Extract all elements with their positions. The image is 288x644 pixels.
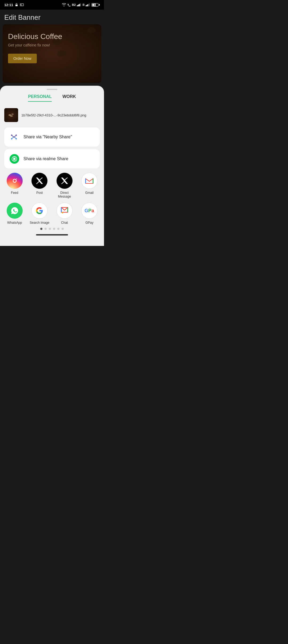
dot-6 <box>62 228 64 230</box>
svg-rect-12 <box>88 4 89 6</box>
dot-1 <box>40 228 42 230</box>
banner-content: Delicious Coffee Get your caffeine fix n… <box>3 24 101 71</box>
svg-point-18 <box>15 138 17 139</box>
app-grid: Feed Post Direct Message Gmail WhatsApp <box>4 173 100 225</box>
svg-point-16 <box>10 115 13 117</box>
app-item-x-post[interactable]: Post <box>29 173 50 198</box>
svg-rect-3 <box>21 5 22 5</box>
svg-rect-10 <box>86 5 87 6</box>
nearby-share-option[interactable]: Share via "Nearby Share" <box>4 127 100 147</box>
app-label-instagram: Feed <box>11 191 18 195</box>
signal-icon <box>77 3 82 6</box>
svg-point-20 <box>15 135 17 136</box>
app-icon-gmail <box>81 173 97 189</box>
svg-rect-1 <box>20 4 24 6</box>
gpay-svg: GPay <box>85 207 94 214</box>
lock-icon <box>15 3 18 7</box>
dot-4 <box>53 228 55 230</box>
realme-share-label: Share via realme Share <box>23 156 68 161</box>
page-dots <box>4 228 100 230</box>
file-row: 1b78e5f2-29cf-4310-...-9c23ebddd6f8.png <box>4 107 100 123</box>
svg-rect-23 <box>11 178 18 184</box>
realme-icon-svg <box>11 156 17 162</box>
tab-work[interactable]: WORK <box>62 94 76 102</box>
chat-svg <box>60 207 69 214</box>
nearby-share-svg <box>10 133 19 141</box>
dot-2 <box>45 228 47 230</box>
home-indicator <box>36 234 68 235</box>
whatsapp-svg <box>10 206 19 215</box>
signal2-icon <box>86 3 90 6</box>
app-icon-chat <box>57 203 73 219</box>
svg-rect-9 <box>86 5 86 6</box>
app-label-gpay: GPay <box>85 221 93 225</box>
svg-point-19 <box>11 135 12 136</box>
bottom-sheet: PERSONAL WORK 1b78e5f2-29cf-4310-...-9c2… <box>0 86 104 246</box>
app-icon-whatsapp <box>7 203 23 219</box>
app-label-google: Search image <box>30 221 49 225</box>
svg-point-22 <box>13 158 15 160</box>
google-svg <box>35 207 43 215</box>
wifi-icon <box>62 3 66 6</box>
dot-5 <box>57 228 59 230</box>
status-indicators: B2 R 80 <box>62 3 100 7</box>
tab-personal[interactable]: PERSONAL <box>28 94 52 102</box>
app-icon-x-post <box>31 173 47 189</box>
status-time: 12:11 <box>4 3 24 7</box>
app-item-instagram[interactable]: Feed <box>4 173 25 198</box>
page-title: Edit Banner <box>4 13 100 22</box>
realme-share-icon <box>10 154 19 164</box>
banner-title: Delicious Coffee <box>8 32 96 41</box>
app-icon-instagram <box>7 173 23 189</box>
status-bar: 12:11 B2 R 80 <box>0 0 104 10</box>
app-item-gpay[interactable]: GPay GPay <box>79 203 100 225</box>
app-label-whatsapp: WhatsApp <box>7 221 22 225</box>
caption-icon <box>20 3 24 6</box>
svg-text:GPay: GPay <box>85 208 94 213</box>
file-name: 1b78e5f2-29cf-4310-...-9c23ebddd6f8.png <box>21 113 86 117</box>
app-item-gmail[interactable]: Gmail <box>79 173 100 198</box>
coffee-thumb-icon <box>8 113 14 117</box>
app-icon-x-dm <box>57 173 73 189</box>
x-svg <box>35 177 43 184</box>
app-icon-gpay: GPay <box>81 203 97 219</box>
svg-point-24 <box>13 179 16 182</box>
app-item-chat[interactable]: Chat <box>54 203 75 225</box>
app-icon-google <box>31 203 47 219</box>
svg-point-25 <box>16 179 17 179</box>
x-svg <box>61 177 69 184</box>
realme-share-option[interactable]: Share via realme Share <box>4 149 100 168</box>
instagram-svg <box>10 176 19 185</box>
header: Edit Banner <box>0 10 104 24</box>
svg-rect-11 <box>87 4 88 6</box>
svg-rect-0 <box>15 5 18 6</box>
banner-subtitle: Get your caffeine fix now! <box>8 43 96 47</box>
svg-rect-7 <box>79 4 80 6</box>
sheet-handle[interactable] <box>47 89 57 90</box>
app-item-google[interactable]: Search image <box>29 203 50 225</box>
order-now-button[interactable]: Order Now <box>8 54 37 63</box>
app-label-x-post: Post <box>36 191 43 195</box>
battery-indicator: 80 <box>91 3 100 7</box>
svg-point-15 <box>11 113 14 115</box>
app-item-whatsapp[interactable]: WhatsApp <box>4 203 25 225</box>
svg-rect-4 <box>77 5 78 6</box>
nearby-share-icon <box>10 132 19 142</box>
app-label-chat: Chat <box>61 221 68 225</box>
app-item-x-dm[interactable]: Direct Message <box>54 173 75 198</box>
app-label-x-dm: Direct Message <box>54 191 75 198</box>
tab-bar: PERSONAL WORK <box>4 94 100 102</box>
call-icon <box>67 3 71 6</box>
file-thumbnail <box>4 108 18 122</box>
svg-rect-6 <box>78 4 79 6</box>
svg-rect-2 <box>21 4 22 5</box>
gmail-svg <box>85 178 94 184</box>
banner-preview: Delicious Coffee Get your caffeine fix n… <box>3 24 101 83</box>
app-label-gmail: Gmail <box>85 191 94 195</box>
svg-rect-13 <box>89 3 90 6</box>
nearby-share-label: Share via "Nearby Share" <box>23 135 72 139</box>
svg-point-17 <box>11 138 12 139</box>
dot-3 <box>49 228 51 230</box>
svg-rect-5 <box>78 5 78 6</box>
svg-rect-8 <box>80 3 81 6</box>
